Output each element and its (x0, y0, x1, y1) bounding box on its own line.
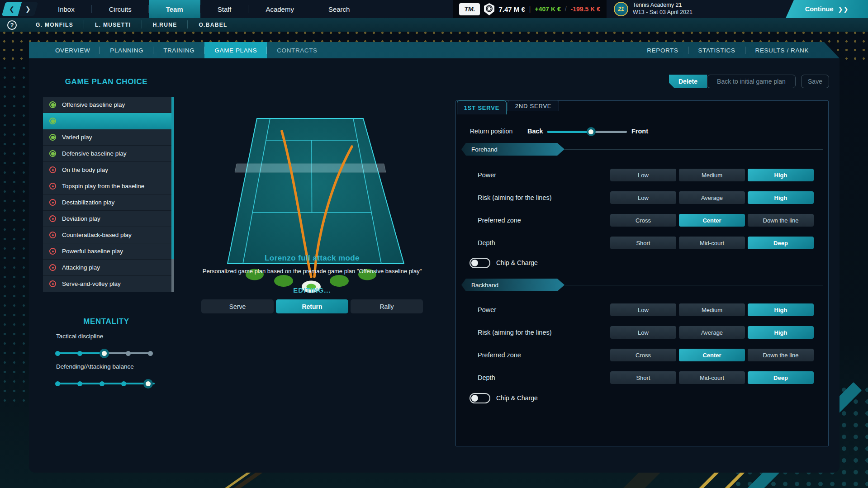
game-plan-item[interactable] (43, 113, 174, 129)
tab-reports[interactable]: REPORTS (637, 42, 688, 58)
option-low[interactable]: Low (610, 191, 676, 204)
option-short[interactable]: Short (610, 371, 676, 384)
risk-row: Risk (aiming for the lines) Low Average … (456, 326, 828, 339)
nav-item-team[interactable]: Team (149, 0, 200, 18)
option-cross[interactable]: Cross (610, 349, 676, 361)
option-mid-court[interactable]: Mid-court (679, 371, 745, 384)
nav-item-staff[interactable]: Staff (200, 0, 249, 18)
back-icon: ❮ (9, 5, 14, 13)
serve-mode-button[interactable]: Serve (201, 299, 274, 313)
option-low[interactable]: Low (610, 303, 676, 316)
option-center[interactable]: Center (679, 349, 745, 361)
option-low[interactable]: Low (610, 169, 676, 181)
tab-2nd-serve[interactable]: 2ND SERVE (508, 100, 559, 111)
slider-step[interactable] (55, 351, 60, 356)
option-high[interactable]: High (748, 303, 814, 316)
option-high[interactable]: High (748, 169, 814, 181)
option-down-the-line[interactable]: Down the line (748, 214, 814, 227)
slider-step[interactable] (100, 381, 104, 386)
game-plan-item[interactable]: Counterattack-based play (43, 227, 174, 243)
back-to-initial-button[interactable]: Back to initial game plan (707, 75, 796, 88)
toggle-knob (471, 395, 478, 402)
return-mode-button[interactable]: Return (276, 299, 348, 313)
option-deep[interactable]: Deep (748, 371, 814, 384)
player-link-monfils[interactable]: G. MONFILS (25, 22, 84, 28)
option-mid-court[interactable]: Mid-court (679, 237, 745, 249)
slider-thumb[interactable] (587, 127, 596, 136)
plan-status-icon (49, 199, 56, 206)
forward-icon: ❯ (25, 5, 31, 13)
nav-item-academy[interactable]: Academy (248, 0, 311, 18)
player-link-rune[interactable]: H.RUNE (142, 22, 188, 28)
game-plan-item[interactable]: Attacking play (43, 260, 174, 276)
scrollbar[interactable] (171, 97, 174, 292)
slider-thumb[interactable] (143, 379, 153, 389)
forward-button[interactable]: ❯ (18, 2, 38, 16)
tab-results-rank[interactable]: RESULTS / RANK (745, 42, 819, 58)
game-plan-item[interactable]: Serve-and-volley play (43, 276, 174, 292)
plan-label: Serve-and-volley play (62, 280, 121, 287)
slider-step[interactable] (148, 351, 153, 356)
tab-statistics[interactable]: STATISTICS (688, 42, 745, 58)
tab-game-plans[interactable]: GAME PLANS (204, 42, 267, 58)
chip-charge-toggle[interactable] (470, 258, 490, 268)
option-medium[interactable]: Medium (679, 303, 745, 316)
player-link-babel[interactable]: O.BABEL (188, 22, 238, 28)
tab-contracts[interactable]: CONTRACTS (267, 42, 327, 58)
option-cross[interactable]: Cross (610, 214, 676, 227)
nav-item-inbox[interactable]: Inbox (41, 0, 92, 18)
scrollbar-thumb[interactable] (171, 97, 174, 259)
slider-step[interactable] (77, 381, 82, 386)
option-low[interactable]: Low (610, 326, 676, 339)
game-plan-item[interactable]: Deviation play (43, 211, 174, 227)
game-plan-item[interactable]: Varied play (43, 129, 174, 146)
option-down-the-line[interactable]: Down the line (748, 349, 814, 361)
game-plan-item[interactable]: On the body play (43, 162, 174, 178)
serve-settings-panel: 1ST SERVE 2ND SERVE Return position Back… (455, 100, 829, 446)
toggle-knob (471, 260, 478, 266)
continue-button[interactable]: Continue ❯❯ (786, 0, 868, 18)
defending-attacking-slider[interactable] (55, 379, 153, 389)
game-date: W13 - Sat 03 April 2021 (633, 9, 693, 16)
return-position-slider[interactable] (547, 126, 627, 137)
rally-mode-button[interactable]: Rally (351, 299, 423, 313)
option-average[interactable]: Average (679, 326, 745, 339)
chip-charge-toggle[interactable] (470, 393, 490, 403)
plan-status-icon (49, 215, 56, 222)
tactical-discipline-slider[interactable] (55, 348, 153, 358)
tab-planning[interactable]: PLANNING (100, 42, 153, 58)
tab-training[interactable]: TRAINING (153, 42, 204, 58)
tab-1st-serve[interactable]: 1ST SERVE (457, 100, 507, 114)
game-plan-item[interactable]: Powerful baseline play (43, 243, 174, 260)
slider-step[interactable] (121, 381, 126, 386)
slider-step[interactable] (126, 351, 131, 356)
game-screen: ❮ ❯ Inbox Circuits Team Staff Academy Se… (0, 0, 868, 488)
nav-item-circuits[interactable]: Circuits (92, 0, 149, 18)
save-button[interactable]: Save (801, 75, 829, 88)
preferred-zone-row: Preferred zone Cross Center Down the lin… (456, 214, 828, 227)
tab-overview[interactable]: OVERVIEW (45, 42, 100, 58)
help-icon[interactable]: ? (7, 20, 17, 30)
option-high[interactable]: High (748, 326, 814, 339)
game-plan-item[interactable]: Defensive baseline play (43, 146, 174, 162)
editing-status: EDITING... (210, 286, 414, 294)
game-plan-item[interactable]: Offensive baseline play (43, 97, 174, 113)
slider-thumb[interactable] (100, 349, 109, 358)
club-balance: 7.47 M € (498, 5, 525, 13)
option-medium[interactable]: Medium (679, 169, 745, 181)
option-center[interactable]: Center (679, 214, 745, 227)
player-link-musetti[interactable]: L. MUSETTI (84, 22, 142, 28)
slider-step[interactable] (77, 351, 82, 356)
option-high[interactable]: High (748, 191, 814, 204)
option-average[interactable]: Average (679, 191, 745, 204)
nav-item-search[interactable]: Search (311, 0, 367, 18)
game-plan-item[interactable]: Topspin play from the baseline (43, 178, 174, 194)
option-deep[interactable]: Deep (748, 237, 814, 249)
currency-icon (484, 3, 494, 15)
plan-status-icon (49, 280, 56, 287)
game-plan-item[interactable]: Destabilization play (43, 194, 174, 211)
continue-label: Continue (805, 5, 834, 13)
slider-step[interactable] (55, 381, 60, 386)
delete-button[interactable]: Delete (669, 75, 707, 88)
option-short[interactable]: Short (610, 237, 676, 249)
